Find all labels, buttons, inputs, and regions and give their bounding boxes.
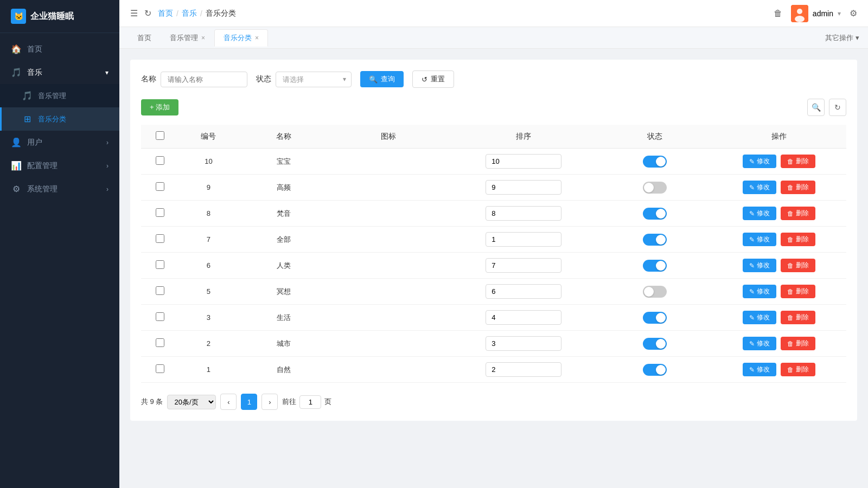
sidebar-item-music-category[interactable]: ⊞ 音乐分类 — [0, 107, 119, 131]
tab-music-category[interactable]: 音乐分类 × — [214, 29, 268, 47]
row-toggle-9[interactable] — [643, 182, 667, 194]
tab-music-category-close[interactable]: × — [255, 34, 259, 42]
row-toggle-3[interactable] — [643, 312, 667, 324]
table-refresh-button[interactable]: ↻ — [829, 99, 846, 116]
sidebar-item-user[interactable]: 👤 用户 › — [0, 131, 119, 154]
row-sort-input-9[interactable] — [486, 180, 561, 195]
edit-button-9[interactable]: ✎ 修改 — [743, 181, 776, 194]
edit-button-6[interactable]: ✎ 修改 — [743, 259, 776, 272]
tab-music-mgmt[interactable]: 音乐管理 × — [161, 29, 214, 47]
row-checkbox-6[interactable] — [156, 260, 164, 269]
row-checkbox-9[interactable] — [156, 182, 164, 191]
pagination: 共 9 条 20条/页 10条/页 50条/页 100条/页 ‹ 1 › 前往 — [141, 394, 846, 410]
breadcrumb-home[interactable]: 首页 — [158, 9, 173, 18]
edit-button-3[interactable]: ✎ 修改 — [743, 311, 776, 324]
music-category-icon: ⊞ — [22, 114, 33, 124]
page-jump-input[interactable] — [299, 395, 321, 409]
query-button[interactable]: 🔍 查询 — [360, 71, 404, 87]
select-all-checkbox[interactable] — [156, 131, 164, 140]
edit-button-2[interactable]: ✎ 修改 — [743, 337, 776, 350]
menu-toggle-icon[interactable]: ☰ — [130, 8, 138, 18]
search-status-select[interactable]: 请选择 启用 禁用 — [276, 72, 352, 87]
delete-button-10[interactable]: 🗑 删除 — [781, 155, 815, 168]
trash-icon[interactable]: 🗑 — [774, 9, 782, 18]
breadcrumb-music[interactable]: 音乐 — [182, 9, 197, 18]
row-checkbox-3[interactable] — [156, 312, 164, 321]
sidebar-item-music[interactable]: 🎵 音乐 ▾ — [0, 61, 119, 84]
delete-icon: 🗑 — [787, 340, 794, 348]
delete-icon: 🗑 — [787, 158, 794, 165]
row-sort-input-6[interactable] — [486, 258, 561, 273]
row-sort-input-8[interactable] — [486, 206, 561, 221]
row-sort-input-2[interactable] — [486, 336, 561, 351]
row-icon-9 — [329, 175, 449, 201]
other-ops-chevron-icon: ▾ — [856, 34, 859, 42]
row-toggle-8[interactable] — [643, 208, 667, 220]
refresh-icon[interactable]: ↻ — [144, 8, 151, 18]
edit-button-5[interactable]: ✎ 修改 — [743, 285, 776, 298]
chevron-right-icon2: › — [106, 162, 108, 170]
row-checkbox-5[interactable] — [156, 286, 164, 295]
music-icon: 🎵 — [11, 67, 22, 78]
logo-icon: 🐱 — [11, 9, 26, 24]
delete-icon: 🗑 — [787, 366, 794, 374]
row-sort-input-7[interactable] — [486, 232, 561, 247]
row-sort-input-3[interactable] — [486, 310, 561, 325]
sidebar-item-home[interactable]: 🏠 首页 — [0, 37, 119, 61]
delete-button-9[interactable]: 🗑 删除 — [781, 181, 815, 194]
table-search-button[interactable]: 🔍 — [807, 99, 825, 116]
home-icon: 🏠 — [11, 44, 22, 54]
delete-button-2[interactable]: 🗑 删除 — [781, 337, 815, 350]
next-page-button[interactable]: › — [261, 394, 278, 410]
delete-button-6[interactable]: 🗑 删除 — [781, 259, 815, 272]
settings-icon[interactable]: ⚙ — [850, 8, 857, 18]
row-sort-input-5[interactable] — [486, 284, 561, 299]
reset-button[interactable]: ↺ 重置 — [412, 70, 454, 88]
other-ops-button[interactable]: 其它操作 ▾ — [825, 33, 859, 43]
sidebar-item-config[interactable]: 📊 配置管理 › — [0, 154, 119, 177]
page-1-button[interactable]: 1 — [241, 394, 257, 410]
edit-icon: ✎ — [749, 262, 755, 269]
row-checkbox-7[interactable] — [156, 234, 164, 243]
sidebar-item-music-mgmt[interactable]: 🎵 音乐管理 — [0, 84, 119, 107]
delete-button-1[interactable]: 🗑 删除 — [781, 363, 815, 376]
edit-button-1[interactable]: ✎ 修改 — [743, 363, 776, 376]
delete-button-8[interactable]: 🗑 删除 — [781, 207, 815, 220]
row-checkbox-10[interactable] — [156, 156, 164, 165]
delete-button-3[interactable]: 🗑 删除 — [781, 311, 815, 324]
chevron-down-icon: ▾ — [105, 69, 108, 76]
delete-button-5[interactable]: 🗑 删除 — [781, 285, 815, 298]
tab-music-mgmt-close[interactable]: × — [201, 34, 205, 42]
row-toggle-10[interactable] — [643, 156, 667, 168]
add-button[interactable]: + 添加 — [141, 99, 178, 115]
content-area: 名称 状态 请选择 启用 禁用 🔍 查询 — [119, 49, 868, 488]
row-checkbox-8[interactable] — [156, 208, 164, 217]
row-icon-3 — [329, 305, 449, 331]
tab-actions: 其它操作 ▾ — [825, 33, 859, 43]
tab-home[interactable]: 首页 — [128, 29, 161, 47]
prev-page-button[interactable]: ‹ — [220, 394, 237, 410]
row-sort-input-10[interactable] — [486, 154, 561, 169]
sidebar-item-system[interactable]: ⚙ 系统管理 › — [0, 177, 119, 201]
edit-button-10[interactable]: ✎ 修改 — [743, 155, 776, 168]
row-checkbox-2[interactable] — [156, 338, 164, 347]
sidebar-item-label: 音乐 — [27, 68, 42, 78]
row-toggle-6[interactable] — [643, 260, 667, 272]
row-toggle-2[interactable] — [643, 338, 667, 350]
row-sort-input-1[interactable] — [486, 362, 561, 377]
user-info[interactable]: admin ▾ — [791, 5, 841, 22]
page-size-select[interactable]: 20条/页 10条/页 50条/页 100条/页 — [167, 395, 216, 409]
reset-icon: ↺ — [422, 75, 427, 84]
delete-button-7[interactable]: 🗑 删除 — [781, 233, 815, 246]
col-header-check — [141, 125, 178, 149]
row-toggle-7[interactable] — [643, 234, 667, 246]
table-row: 1 自然 ✎ 修改 🗑 删除 — [141, 357, 846, 383]
row-checkbox-1[interactable] — [156, 364, 164, 373]
delete-icon: 🗑 — [787, 288, 794, 296]
search-name-input[interactable] — [161, 72, 247, 87]
row-toggle-5[interactable] — [643, 286, 667, 298]
edit-button-8[interactable]: ✎ 修改 — [743, 207, 776, 220]
sidebar-item-label: 音乐分类 — [38, 114, 66, 124]
row-toggle-1[interactable] — [643, 364, 667, 376]
edit-button-7[interactable]: ✎ 修改 — [743, 233, 776, 246]
